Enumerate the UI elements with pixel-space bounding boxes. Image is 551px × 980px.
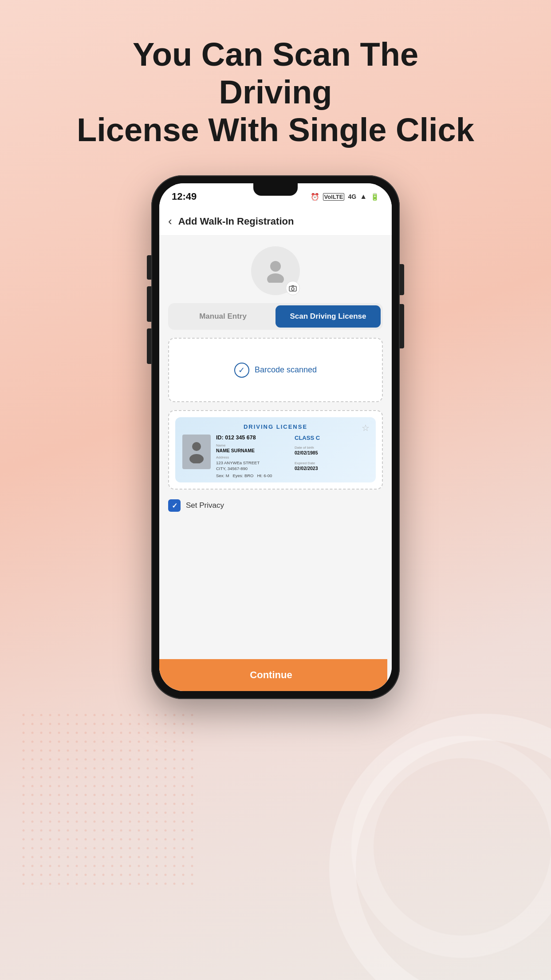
battery-icon: 🔋 bbox=[370, 193, 379, 201]
dot-pattern bbox=[22, 714, 200, 891]
svg-rect-6 bbox=[291, 285, 294, 287]
page-headline: You Can Scan The Driving License With Si… bbox=[76, 36, 475, 149]
address-line1: 123 ANYWEa STREET bbox=[216, 460, 290, 465]
vol-down-button bbox=[147, 328, 151, 364]
alarm-icon: ⏰ bbox=[311, 193, 319, 201]
back-button[interactable]: ‹ bbox=[168, 214, 172, 228]
address-label: Address bbox=[216, 455, 290, 459]
license-body: ID: 012 345 678 Name NAME SURNAME Addres… bbox=[182, 435, 369, 478]
camera-icon bbox=[289, 285, 297, 292]
license-info: ID: 012 345 678 Name NAME SURNAME Addres… bbox=[216, 435, 369, 478]
privacy-checkbox[interactable]: ✓ bbox=[168, 499, 181, 512]
avatar-section bbox=[251, 246, 300, 295]
person-icon bbox=[264, 259, 287, 283]
svg-rect-1 bbox=[22, 714, 200, 891]
address-line2: CITY, 34567-890 bbox=[216, 466, 290, 471]
tab-row: Manual Entry Scan Driving License bbox=[168, 303, 383, 330]
expired-label: Expired Date bbox=[295, 461, 369, 465]
headline-line2: License With Single Click bbox=[77, 111, 474, 148]
scan-license-tab[interactable]: Scan Driving License bbox=[276, 305, 381, 328]
name-label: Name bbox=[216, 443, 290, 447]
class-value: CLASS C bbox=[295, 435, 369, 441]
status-time: 12:49 bbox=[172, 191, 197, 202]
svg-point-2 bbox=[270, 261, 281, 272]
license-card-container: DRIVING LICENSE ☆ bbox=[168, 410, 383, 490]
svg-point-3 bbox=[267, 273, 284, 283]
dob-label: Date of birth bbox=[295, 446, 369, 450]
checkmark-icon: ✓ bbox=[172, 502, 177, 510]
svg-point-5 bbox=[291, 288, 294, 290]
app-content: Manual Entry Scan Driving License ✓ Barc… bbox=[159, 236, 392, 691]
camera-badge-button[interactable] bbox=[286, 281, 300, 295]
sex-value: Sex: M bbox=[216, 473, 229, 478]
scan-area: ✓ Barcode scanned bbox=[168, 338, 383, 402]
license-right: CLASS C Date of birth 02/02/1985 Expired… bbox=[295, 435, 369, 478]
headline-line1: You Can Scan The Driving bbox=[133, 36, 418, 111]
phone-notch bbox=[253, 183, 298, 196]
privacy-row: ✓ Set Privacy bbox=[168, 498, 383, 514]
ht-value: Ht: 6-00 bbox=[257, 473, 272, 478]
vol-up-button bbox=[147, 286, 151, 322]
license-card: DRIVING LICENSE ☆ bbox=[175, 417, 376, 482]
header-title: Add Walk-In Registration bbox=[178, 216, 294, 227]
sex-eyes-ht: Sex: M Eyes: BRO Ht: 6-00 bbox=[216, 473, 290, 478]
license-left: ID: 012 345 678 Name NAME SURNAME Addres… bbox=[216, 435, 290, 478]
license-id: ID: 012 345 678 bbox=[216, 435, 290, 441]
phone-mockup: 12:49 ⏰ VolLTE 4G ▲ 🔋 ‹ Add Walk-In Regi… bbox=[151, 175, 400, 699]
status-icons: ⏰ VolLTE 4G ▲ 🔋 bbox=[311, 193, 379, 201]
volte-icon: VolLTE bbox=[323, 193, 345, 201]
license-card-title: DRIVING LICENSE bbox=[182, 423, 369, 430]
signal-icon: ▲ bbox=[360, 193, 367, 201]
svg-point-7 bbox=[192, 442, 201, 451]
network-icon: 4G bbox=[348, 193, 356, 200]
expired-value: 02/02/2023 bbox=[295, 466, 369, 471]
star-icon: ☆ bbox=[362, 423, 370, 433]
phone-outer: 12:49 ⏰ VolLTE 4G ▲ 🔋 ‹ Add Walk-In Regi… bbox=[151, 175, 400, 699]
barcode-status: Barcode scanned bbox=[255, 365, 317, 375]
name-value: NAME SURNAME bbox=[216, 448, 290, 453]
dob-value: 02/02/1985 bbox=[295, 450, 369, 455]
svg-point-8 bbox=[189, 454, 204, 463]
continue-button[interactable]: Continue bbox=[159, 659, 387, 691]
license-photo bbox=[182, 435, 211, 469]
privacy-label: Set Privacy bbox=[186, 501, 224, 510]
silhouette-icon bbox=[188, 440, 205, 463]
phone-screen: 12:49 ⏰ VolLTE 4G ▲ 🔋 ‹ Add Walk-In Regi… bbox=[159, 183, 392, 691]
check-icon: ✓ bbox=[234, 363, 249, 378]
app-header: ‹ Add Walk-In Registration bbox=[159, 207, 392, 236]
eyes-value: Eyes: BRO bbox=[232, 473, 253, 478]
manual-entry-tab[interactable]: Manual Entry bbox=[170, 305, 276, 328]
power-button bbox=[147, 255, 151, 280]
